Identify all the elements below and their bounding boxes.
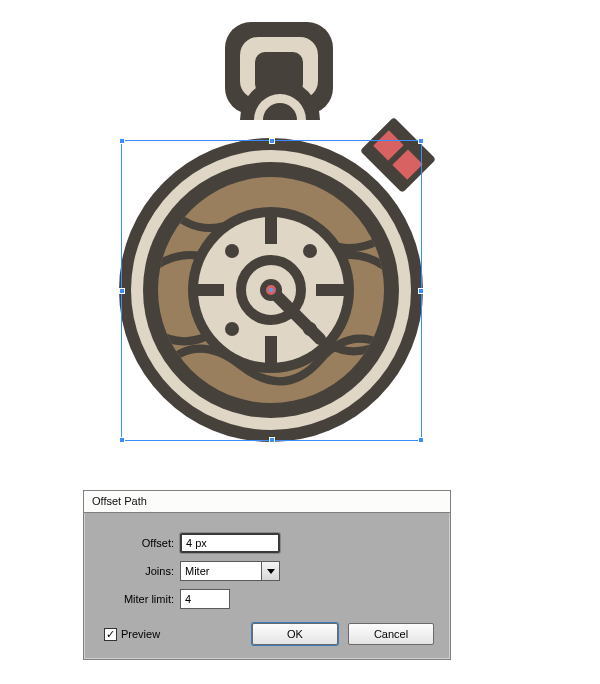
joins-label: Joins: <box>100 565 174 577</box>
selection-handle[interactable] <box>418 437 424 443</box>
selection-handle[interactable] <box>418 288 424 294</box>
selection-bounding-box[interactable] <box>121 140 422 441</box>
preview-checkbox[interactable]: ✓ <box>104 628 117 641</box>
selection-handle[interactable] <box>119 437 125 443</box>
selection-handle[interactable] <box>269 138 275 144</box>
selection-handle[interactable] <box>418 138 424 144</box>
illustration-canvas[interactable] <box>0 0 600 470</box>
offset-path-dialog: Offset Path Offset: Joins: Miter Miter l… <box>83 490 451 660</box>
offset-input[interactable] <box>180 533 280 553</box>
joins-select[interactable]: Miter <box>180 561 280 581</box>
offset-label: Offset: <box>100 537 174 549</box>
dialog-title: Offset Path <box>84 491 450 513</box>
miter-limit-label: Miter limit: <box>100 593 174 605</box>
preview-label: Preview <box>121 628 160 640</box>
chevron-down-icon[interactable] <box>261 562 279 580</box>
miter-limit-input[interactable] <box>180 589 230 609</box>
joins-select-value: Miter <box>181 562 261 580</box>
selection-handle[interactable] <box>119 288 125 294</box>
ok-button[interactable]: OK <box>252 623 338 645</box>
selection-handle[interactable] <box>119 138 125 144</box>
selection-handle[interactable] <box>269 437 275 443</box>
cancel-button[interactable]: Cancel <box>348 623 434 645</box>
